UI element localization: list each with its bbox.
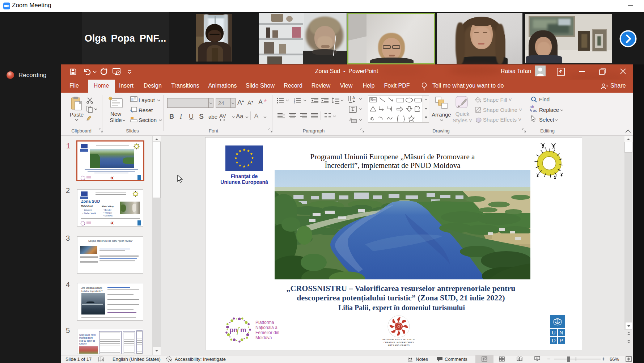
svg-text:A: A [352,96,355,100]
svg-text:f: f [237,325,240,335]
svg-text:3: 3 [294,102,295,104]
svg-text:A: A [371,98,373,102]
svg-text:m: m [240,326,246,334]
